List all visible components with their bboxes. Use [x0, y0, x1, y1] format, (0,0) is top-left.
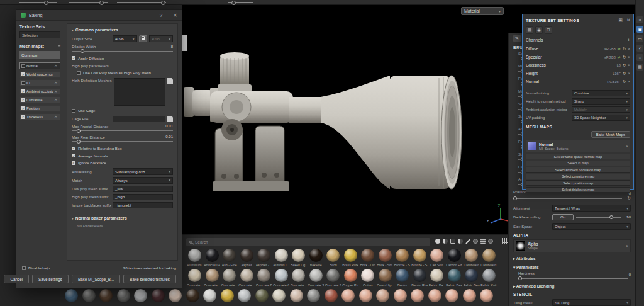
material-item[interactable]: Cardboard — [463, 249, 480, 267]
low-suffix-field[interactable]: _low — [113, 186, 173, 192]
select-map-button[interactable]: Select id map — [526, 161, 630, 166]
material-sphere-thumbnail[interactable] — [309, 249, 323, 262]
file-browse-icon[interactable] — [167, 78, 173, 84]
stencils-filter-icon[interactable] — [488, 239, 493, 244]
material-sphere-thumbnail[interactable] — [445, 289, 458, 302]
material-sphere-thumbnail[interactable] — [482, 269, 496, 282]
channel-format[interactable]: L16F — [613, 72, 621, 76]
material-item[interactable]: Concrete ... — [204, 269, 221, 287]
material-sphere-thumbnail[interactable] — [223, 269, 236, 282]
max-rear-distance-slider[interactable] — [72, 140, 173, 144]
disable-help-row[interactable]: Disable help — [22, 266, 50, 270]
antialiasing-dropdown[interactable]: Subsampling 8x8 ▾ — [113, 168, 173, 175]
delete-channel-icon[interactable]: × — [628, 79, 630, 84]
material-sphere-thumbnail[interactable] — [292, 249, 305, 262]
select-map-button[interactable]: Select ambient occlusion map — [526, 167, 630, 173]
material-item[interactable] — [305, 289, 323, 303]
disable-help-checkbox[interactable] — [22, 266, 26, 270]
cage-file-field[interactable] — [113, 116, 165, 122]
average-normals-row[interactable]: Average Normals — [72, 154, 173, 158]
normal-baker-parameters-header[interactable]: ▾Normal baker parameters — [72, 216, 173, 220]
apply-diffusion-row[interactable]: Apply Diffusion — [72, 56, 173, 60]
material-item[interactable]: Asphalt - ... — [255, 249, 273, 267]
material-item[interactable]: Concrete B... — [255, 269, 273, 287]
material-sphere-thumbnail[interactable] — [359, 289, 372, 302]
setting-dropdown[interactable]: Multiply ▾ — [572, 106, 630, 113]
material-sphere-thumbnail[interactable] — [206, 269, 219, 282]
dock-icon[interactable]: ▣ — [619, 18, 623, 23]
delete-channel-icon[interactable]: × — [628, 71, 630, 76]
material-item[interactable] — [132, 289, 150, 303]
size-space-dropdown[interactable]: Object▾ — [552, 223, 631, 230]
material-sphere-thumbnail[interactable] — [203, 289, 216, 302]
mesh-map-checkbox[interactable] — [21, 115, 25, 119]
material-item[interactable] — [80, 289, 98, 303]
material-item[interactable]: Artificial Le... — [204, 249, 221, 267]
bake-mesh-maps-button[interactable]: Bake Mesh Maps — [591, 131, 630, 138]
select-map-button[interactable]: Select position map — [526, 180, 630, 186]
material-item[interactable] — [150, 289, 167, 303]
material-item[interactable]: Fabric Ba... — [428, 269, 446, 287]
material-sphere-thumbnail[interactable] — [240, 269, 253, 282]
material-sphere-thumbnail[interactable] — [448, 269, 461, 282]
material-item[interactable]: Calf Skin — [428, 249, 446, 267]
material-sphere-thumbnail[interactable] — [448, 249, 461, 262]
mesh-map-checkbox[interactable] — [21, 106, 25, 110]
material-sphere-thumbnail[interactable] — [206, 249, 219, 262]
reset-channel-icon[interactable]: ↻ — [623, 55, 626, 60]
backface-culling-slider[interactable] — [576, 216, 624, 219]
alignment-dropdown[interactable]: Tangent | Wrap▾ — [552, 205, 631, 212]
mesh-map-checkbox[interactable] — [21, 64, 25, 68]
material-sphere-thumbnail[interactable] — [361, 269, 374, 282]
resources-filter-icon[interactable] — [480, 239, 486, 244]
material-sphere-thumbnail[interactable] — [275, 249, 288, 262]
material-item[interactable]: Ash - Fine — [221, 249, 238, 267]
material-item[interactable] — [426, 289, 444, 303]
save-view-icon[interactable]: ▤ — [526, 26, 533, 34]
material-item[interactable] — [97, 289, 115, 303]
high-suffix-field[interactable]: _high — [113, 194, 173, 200]
mesh-map-item[interactable]: World space normal ⚠ — [19, 71, 60, 78]
material-item[interactable]: Concrete ... — [238, 269, 256, 287]
material-sphere-thumbnail[interactable] — [411, 289, 424, 302]
material-item[interactable] — [201, 289, 219, 303]
mesh-map-checkbox[interactable] — [21, 81, 25, 85]
mesh-maps-list-icon[interactable]: ≡ — [58, 44, 60, 48]
material-sphere-thumbnail[interactable] — [376, 289, 389, 302]
setting-dropdown[interactable]: Sharp ▾ — [572, 98, 630, 105]
mesh-map-checkbox[interactable] — [21, 98, 25, 102]
smart-materials-filter-icon[interactable] — [443, 239, 448, 244]
material-item[interactable]: Aluminum... — [186, 249, 204, 267]
brushes-filter-icon[interactable] — [465, 239, 470, 244]
material-item[interactable] — [409, 289, 426, 303]
textures-filter-icon[interactable] — [458, 239, 463, 244]
material-sphere-thumbnail[interactable] — [463, 289, 476, 302]
material-item[interactable] — [184, 289, 202, 303]
material-sphere-thumbnail[interactable] — [82, 289, 96, 302]
material-item[interactable] — [443, 289, 461, 303]
mesh-map-checkbox[interactable] — [21, 72, 25, 76]
parameters-fold[interactable]: ▾ Parameters — [513, 265, 631, 270]
material-sphere-thumbnail[interactable] — [482, 249, 496, 262]
material-sphere-thumbnail[interactable] — [188, 249, 201, 262]
brush-flow-slider[interactable] — [69, 2, 108, 3]
material-sphere-thumbnail[interactable] — [117, 289, 130, 302]
material-item[interactable]: Brick - Sm... — [377, 249, 394, 267]
material-sphere-thumbnail[interactable] — [169, 289, 182, 302]
material-sphere-thumbnail[interactable] — [428, 289, 441, 302]
material-item[interactable]: Fabric Knit... — [480, 269, 498, 287]
shelf-search-box[interactable] — [186, 238, 430, 246]
tiling-mode-dropdown[interactable]: No Tiling▾ — [552, 299, 631, 306]
apply-diffusion-checkbox[interactable] — [72, 56, 75, 60]
material-item[interactable]: Bronze - S... — [394, 249, 411, 267]
material-sphere-thumbnail[interactable] — [430, 269, 443, 282]
material-sphere-thumbnail[interactable] — [379, 269, 392, 282]
setting-dropdown[interactable]: 3D Space Neighbor ▾ — [572, 115, 630, 121]
material-item[interactable] — [219, 289, 236, 303]
material-item[interactable]: Bakelite — [308, 249, 325, 267]
environments-filter-icon[interactable] — [473, 239, 478, 244]
material-sphere-thumbnail[interactable] — [223, 249, 236, 262]
mesh-map-item[interactable]: Position ⚠ — [19, 105, 60, 112]
ignore-suffix-field[interactable]: _ignorebf — [113, 202, 173, 208]
dilation-width-slider[interactable] — [72, 49, 173, 53]
